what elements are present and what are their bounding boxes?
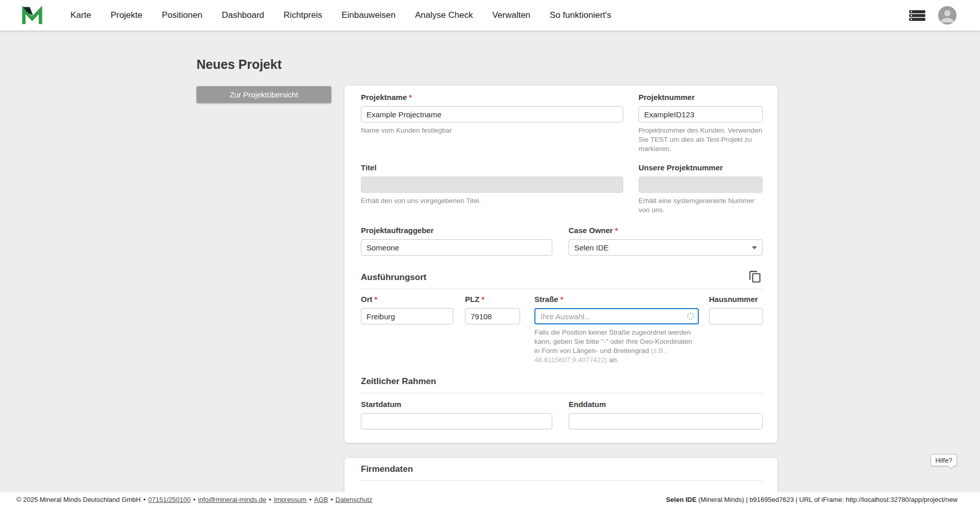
ort-input[interactable] [361, 308, 453, 324]
strasse-input[interactable] [534, 308, 699, 324]
projektname-input[interactable] [361, 106, 623, 122]
ausfuehrungsort-heading: Ausführungsort [361, 272, 763, 283]
footer-session-info: Selen IDE (Mineral Minds) | b91695ed7623… [666, 496, 958, 503]
copyright-text: © 2025 Mineral Minds Deutschland GmbH [16, 496, 141, 503]
projektauftraggeber-input[interactable] [361, 239, 552, 256]
section-zeitlicher-rahmen: Zeitlicher Rahmen [361, 376, 763, 393]
projektname-helper: Name vom Kunden festlegbar [361, 126, 623, 135]
projektauftraggeber-label: Projektauftraggeber [361, 226, 552, 235]
footer-legal: © 2025 Mineral Minds Deutschland GmbH•07… [16, 496, 373, 503]
required-marker: * [615, 226, 618, 235]
loading-spinner-icon [687, 312, 695, 322]
plz-input[interactable] [465, 308, 520, 324]
nav-item-karte[interactable]: Karte [70, 10, 91, 20]
enddatum-label: Enddatum [569, 400, 763, 409]
nav-item-so-funktionierts[interactable]: So funktioniert's [550, 10, 611, 20]
chevron-down-icon [752, 246, 757, 249]
required-marker: * [560, 295, 564, 303]
nav-item-analyse-check[interactable]: Analyse Check [415, 10, 473, 20]
top-nav-bar: Karte Projekte Positionen Dashboard Rich… [0, 0, 980, 31]
server-icon[interactable] [909, 9, 926, 21]
section-firmendaten: Firmendaten [361, 464, 763, 481]
nav-item-richtpreis[interactable]: Richtpreis [284, 10, 323, 20]
field-titel: Titel Erhält den von uns vorgegebenen Ti… [361, 163, 623, 206]
email-link[interactable]: info@mineral-minds.de [198, 496, 266, 503]
case-owner-value: Selen IDE [574, 243, 609, 252]
field-projektauftraggeber: Projektauftraggeber [361, 226, 552, 256]
project-overview-button[interactable]: Zur Projektübersicht [197, 86, 331, 103]
projektnummer-helper: Projektnummer des Kunden. Verwenden Sie … [639, 126, 763, 154]
field-unsere-projektnummer: Unsere Projektnummer Erhält eine systemg… [639, 163, 763, 215]
field-projektname: Projektname* Name vom Kunden festlegbar [361, 93, 623, 135]
field-projektnummer: Projektnummer Projektnummer des Kunden. … [639, 93, 763, 154]
page-title: Neues Projekt [197, 57, 282, 72]
nav-item-verwalten[interactable]: Verwalten [492, 10, 530, 20]
projektnummer-input[interactable] [639, 106, 763, 122]
impressum-link[interactable]: Impressum [274, 496, 306, 503]
projektnummer-label: Projektnummer [639, 93, 763, 102]
copy-icon[interactable] [747, 269, 763, 286]
plz-label: PLZ* [465, 295, 520, 304]
field-case-owner: Case Owner* Selen IDE [569, 226, 763, 256]
unsere-projektnummer-input [639, 176, 763, 193]
zeitlicher-rahmen-heading: Zeitlicher Rahmen [361, 376, 763, 387]
projektname-label: Projektname* [361, 93, 623, 102]
titel-label: Titel [361, 163, 623, 172]
new-project-form-card: Projektname* Name vom Kunden festlegbar … [345, 86, 777, 443]
nav-item-dashboard[interactable]: Dashboard [222, 10, 264, 20]
field-startdatum: Startdatum [361, 400, 552, 429]
agb-link[interactable]: AGB [314, 496, 328, 503]
nav-item-positionen[interactable]: Positionen [162, 10, 202, 20]
field-ort: Ort* [361, 295, 453, 324]
enddatum-input[interactable] [569, 413, 763, 429]
main-nav: Karte Projekte Positionen Dashboard Rich… [70, 0, 611, 31]
hausnummer-label: Hausnummer [709, 295, 763, 304]
footer-user-name: Selen IDE [666, 496, 697, 503]
case-owner-label: Case Owner* [569, 226, 763, 235]
required-marker: * [409, 93, 412, 102]
unsere-projektnummer-label: Unsere Projektnummer [639, 163, 763, 172]
help-button[interactable]: Hilfe? [930, 454, 957, 466]
phone-link[interactable]: 07151/250100 [148, 496, 190, 503]
strasse-label: Straße* [534, 295, 699, 304]
section-ausfuehrungsort: Ausführungsort [361, 272, 763, 289]
mineral-minds-logo-icon[interactable] [21, 5, 43, 28]
footer-bar: © 2025 Mineral Minds Deutschland GmbH•07… [0, 492, 980, 507]
required-marker: * [375, 295, 378, 303]
strasse-helper: Falls die Position keiner Straße zugeord… [534, 328, 699, 365]
nav-item-einbauweisen[interactable]: Einbauweisen [341, 10, 396, 20]
field-hausnummer: Hausnummer [709, 295, 763, 324]
header-actions [909, 0, 957, 31]
ort-label: Ort* [361, 295, 453, 304]
nav-item-projekte[interactable]: Projekte [111, 10, 142, 20]
field-strasse: Straße* Falls die Position keiner Straße… [534, 295, 699, 365]
user-avatar[interactable] [938, 6, 957, 24]
hausnummer-input[interactable] [709, 308, 763, 324]
startdatum-input[interactable] [361, 413, 552, 429]
startdatum-label: Startdatum [361, 400, 552, 409]
titel-input [361, 176, 623, 193]
required-marker: * [481, 295, 484, 303]
unsere-projektnummer-helper: Erhält eine systemgenerierte Nummer von … [639, 196, 763, 215]
case-owner-select[interactable]: Selen IDE [569, 239, 763, 256]
page: Karte Projekte Positionen Dashboard Rich… [0, 0, 980, 507]
titel-helper: Erhält den von uns vorgegebenen Titel. [361, 196, 623, 206]
field-enddatum: Enddatum [569, 400, 763, 429]
datenschutz-link[interactable]: Datenschutz [335, 496, 372, 503]
field-plz: PLZ* [465, 295, 520, 324]
firmendaten-heading: Firmendaten [361, 464, 763, 474]
footer-session-details: (Mineral Minds) | b91695ed7623 | URL of … [697, 496, 958, 503]
